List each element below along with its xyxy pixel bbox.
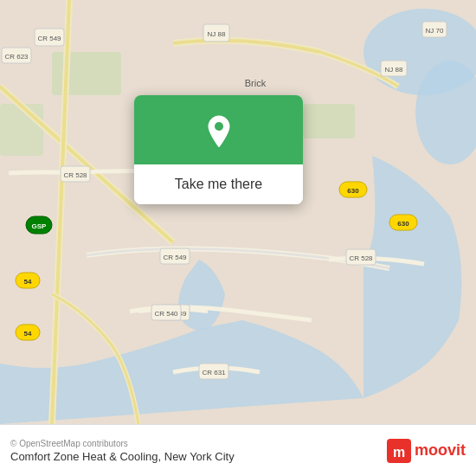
svg-text:CR 631: CR 631 (202, 369, 226, 376)
popup-header (134, 95, 303, 164)
svg-text:CR 549: CR 549 (163, 254, 187, 261)
svg-text:54: 54 (24, 278, 32, 286)
svg-rect-3 (303, 104, 355, 138)
svg-text:CR 528: CR 528 (63, 171, 87, 179)
bottom-left-section: © OpenStreetMap contributors Comfort Zon… (10, 439, 235, 463)
moovit-text: moovit (415, 441, 466, 460)
svg-text:630: 630 (347, 187, 359, 195)
moovit-logo: m moovit (387, 439, 466, 463)
business-name: Comfort Zone Heat & Cooling, New York Ci… (10, 450, 235, 463)
map-container: CR 549 NJ 88 NJ 70 NJ 88 CR 623 CR 528 G… (0, 0, 476, 424)
svg-text:54: 54 (24, 330, 32, 338)
svg-text:CR 623: CR 623 (4, 53, 29, 61)
svg-rect-5 (0, 104, 43, 156)
svg-text:m: m (393, 445, 405, 460)
svg-text:Brick: Brick (245, 78, 267, 88)
moovit-icon: m (387, 439, 411, 463)
bottom-bar: © OpenStreetMap contributors Comfort Zon… (0, 424, 476, 476)
take-me-there-button[interactable]: Take me there (134, 164, 303, 204)
location-pin-icon (200, 113, 238, 151)
svg-text:GSP: GSP (32, 222, 48, 230)
map-background: CR 549 NJ 88 NJ 70 NJ 88 CR 623 CR 528 G… (0, 0, 476, 424)
svg-text:630: 630 (397, 220, 409, 228)
svg-text:CR 540: CR 540 (154, 310, 178, 318)
svg-point-44 (215, 122, 223, 131)
map-attribution: © OpenStreetMap contributors (10, 439, 235, 448)
svg-text:NJ 88: NJ 88 (208, 30, 226, 38)
svg-text:NJ 70: NJ 70 (426, 27, 444, 35)
popup-card: Take me there (134, 95, 303, 204)
svg-text:NJ 88: NJ 88 (385, 66, 403, 74)
svg-text:CR 549: CR 549 (37, 35, 61, 42)
svg-text:CR 528: CR 528 (349, 254, 373, 262)
